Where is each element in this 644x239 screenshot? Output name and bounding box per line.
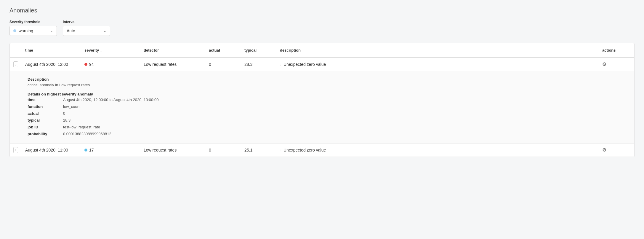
severity-col-1: 94: [81, 58, 140, 70]
interval-value-container: Auto: [67, 28, 75, 33]
col-typical-label: typical: [244, 48, 257, 52]
col-actual: actual: [205, 46, 241, 54]
col-detector: detector: [140, 46, 205, 54]
anomalies-table: time severity ↓ detector actual typical …: [9, 43, 635, 157]
page-title: Anomalies: [9, 7, 635, 14]
detail-label-actual: actual: [28, 111, 63, 116]
detail-value-time: August 4th 2020, 12:00:00 to August 4th …: [63, 98, 616, 102]
detail-value-function: low_count: [63, 104, 616, 109]
col-typical: typical: [241, 46, 276, 54]
chevron-down-icon: ⌄: [50, 29, 53, 33]
col-expand: [10, 46, 22, 54]
severity-dot-icon: [13, 29, 16, 32]
gear-icon-2[interactable]: ⚙: [602, 147, 608, 153]
col-detector-label: detector: [144, 48, 159, 52]
row-1-typical: 28.3: [244, 62, 252, 67]
row-1-severity: 94: [89, 62, 94, 67]
actual-col-2: 0: [205, 144, 241, 156]
expand-button-2[interactable]: ›: [13, 147, 18, 153]
row-2-detector: Low request rates: [144, 148, 177, 152]
table-row: ⌄ August 4th 2020, 12:00 94 Low request …: [10, 58, 634, 144]
row-2-actual: 0: [209, 148, 211, 152]
detail-label-time: time: [28, 98, 63, 102]
col-severity[interactable]: severity ↓: [81, 46, 140, 54]
col-description-label: description: [280, 48, 301, 52]
page-container: Anomalies Severity threshold warning ⌄ I…: [0, 0, 644, 164]
severity-indicator-2: [84, 149, 87, 152]
col-time-label: time: [25, 48, 33, 52]
severity-threshold-value-container: warning: [13, 28, 33, 33]
detector-col-2: Low request rates: [140, 144, 205, 156]
detail-value-probability: 0.000138823088999968812: [63, 132, 616, 136]
interval-value: Auto: [67, 28, 75, 33]
col-actions: actions: [599, 46, 634, 54]
severity-threshold-value: warning: [19, 28, 33, 33]
interval-label: Interval: [63, 20, 110, 24]
row-2-time: August 4th 2020, 11:00: [25, 148, 68, 152]
description-arrow-icon-1: ↓: [280, 62, 282, 66]
severity-threshold-label: Severity threshold: [9, 20, 57, 24]
typical-col-2: 25.1: [241, 144, 276, 156]
description-col-1: ↓ Unexpected zero value: [276, 58, 599, 70]
col-severity-label: severity: [84, 48, 99, 52]
chevron-down-icon: ⌄: [103, 29, 106, 33]
detail-label-function: function: [28, 104, 63, 109]
description-col-2: ↓ Unexpected zero value: [276, 144, 599, 156]
row-2-description: Unexpected zero value: [283, 148, 326, 152]
col-actions-label: actions: [602, 48, 616, 52]
typical-col-1: 28.3: [241, 58, 276, 70]
detail-value-actual: 0: [63, 111, 616, 116]
time-col-2: August 4th 2020, 11:00: [22, 144, 81, 156]
detector-col-1: Low request rates: [140, 58, 205, 70]
table-header: time severity ↓ detector actual typical …: [10, 43, 634, 58]
detail-label-typical: typical: [28, 118, 63, 122]
severity-indicator-1: [84, 63, 87, 66]
description-arrow-icon-2: ↓: [280, 148, 282, 152]
actions-col-1: ⚙: [599, 58, 634, 71]
row-1-time: August 4th 2020, 12:00: [25, 62, 68, 67]
filters-container: Severity threshold warning ⌄ Interval Au…: [9, 20, 635, 36]
col-description: description: [276, 46, 599, 54]
table-row-content-2: › August 4th 2020, 11:00 17 Low request …: [10, 144, 634, 157]
gear-icon-1[interactable]: ⚙: [602, 61, 608, 67]
row-1-description: Unexpected zero value: [283, 62, 326, 67]
description-title: Description: [28, 77, 616, 82]
collapse-button-1[interactable]: ⌄: [13, 61, 18, 67]
interval-dropdown[interactable]: Auto ⌄: [63, 26, 110, 36]
severity-threshold-dropdown[interactable]: warning ⌄: [9, 26, 57, 36]
expanded-panel-1: Description critical anomaly in Low requ…: [10, 71, 634, 143]
actual-col-1: 0: [205, 58, 241, 70]
severity-col-2: 17: [81, 144, 140, 156]
time-col-1: August 4th 2020, 12:00: [22, 58, 81, 70]
detail-value-jobid: test-low_request_rate: [63, 125, 616, 129]
interval-filter: Interval Auto ⌄: [63, 20, 110, 36]
col-time: time: [22, 46, 81, 54]
row-1-detector: Low request rates: [144, 62, 177, 67]
col-actual-label: actual: [209, 48, 220, 52]
row-1-actual: 0: [209, 62, 211, 67]
actions-col-2: ⚙: [599, 144, 634, 157]
expand-col-2: ›: [10, 144, 22, 157]
table-row: › August 4th 2020, 11:00 17 Low request …: [10, 144, 634, 157]
row-2-severity: 17: [89, 148, 94, 152]
detail-value-typical: 28.3: [63, 118, 616, 122]
details-grid: time August 4th 2020, 12:00:00 to August…: [28, 98, 616, 136]
expand-col-1: ⌄: [10, 58, 22, 71]
detail-label-probability: probability: [28, 132, 63, 136]
severity-threshold-filter: Severity threshold warning ⌄: [9, 20, 57, 36]
description-text: critical anomaly in Low request rates: [28, 83, 616, 87]
details-title: Details on highest severity anomaly: [28, 92, 616, 96]
sort-icon: ↓: [100, 49, 102, 52]
row-2-typical: 25.1: [244, 148, 252, 152]
table-row-content-1: ⌄ August 4th 2020, 12:00 94 Low request …: [10, 58, 634, 71]
detail-label-jobid: job ID: [28, 125, 63, 129]
